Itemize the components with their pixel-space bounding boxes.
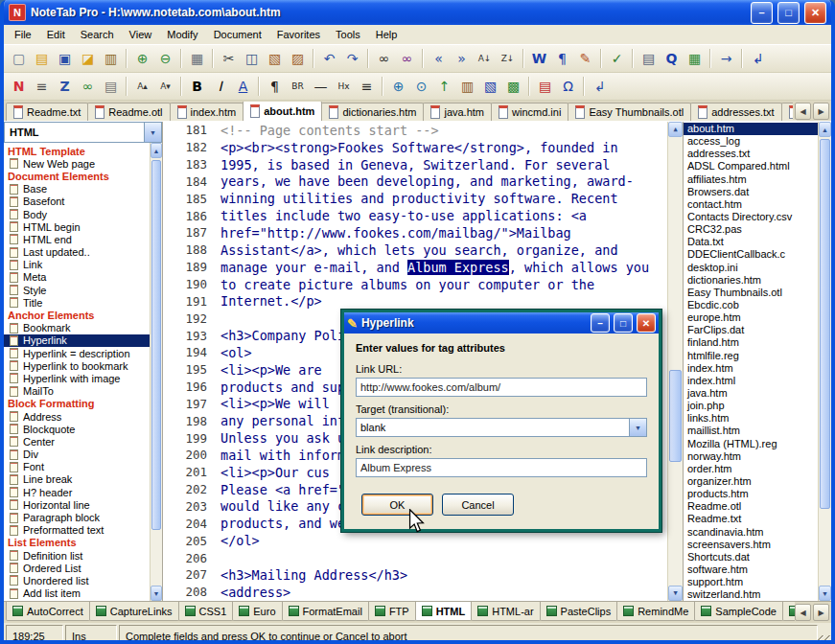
new-document-button[interactable]: ▢	[8, 48, 30, 69]
clipbook-item-hyperlink-with-image[interactable]: Hyperlink with image	[4, 372, 150, 384]
file-scroll-thumb[interactable]	[820, 139, 830, 509]
text-format-button[interactable]: ✎	[574, 48, 596, 69]
insert-image-button[interactable]: ▩	[502, 76, 524, 97]
tab-scroll-left-icon[interactable]: ◀	[795, 604, 811, 621]
html-clipboard-button[interactable]: ▧	[479, 76, 501, 97]
link-description-input[interactable]	[356, 458, 647, 477]
bold-tag-button[interactable]: B	[186, 76, 208, 97]
dock-text-button[interactable]: ↲	[589, 76, 611, 97]
menu-file[interactable]: File	[7, 27, 39, 42]
doc-tab-wincmd-ini[interactable]: wincmd.ini	[491, 103, 568, 121]
clipbook-item-mailto[interactable]: MailTo	[4, 385, 150, 398]
paste-button[interactable]: ▧	[264, 48, 286, 69]
dialog-minimize-button[interactable]: –	[591, 313, 610, 333]
clipbook-item-line-break[interactable]: Line break	[4, 473, 150, 486]
tab-scroll-left-icon[interactable]: ◀	[795, 103, 811, 120]
file-item-access-log[interactable]: access_log	[684, 135, 818, 148]
scroll-up-icon[interactable]: ▲	[819, 122, 831, 137]
scroll-down-icon[interactable]: ▼	[151, 586, 162, 601]
clipbook-item-html-begin[interactable]: HTML begin	[4, 220, 150, 233]
jump-last-change-button[interactable]: Z	[54, 76, 76, 97]
favorites-button[interactable]: ▥	[100, 48, 122, 69]
ok-button[interactable]: OK	[361, 494, 433, 516]
file-item-norway-htm[interactable]: norway.htm	[684, 450, 818, 463]
file-item-shortcuts-dat[interactable]: Shortcuts.dat	[684, 551, 818, 564]
clipbook-tab-html-ar[interactable]: HTML-ar	[471, 602, 540, 621]
clipbook-item-font[interactable]: Font	[4, 461, 150, 473]
clipbook-item-meta[interactable]: Meta	[4, 271, 150, 284]
menu-tools[interactable]: Tools	[328, 27, 368, 42]
print-document-button[interactable]: ▦	[186, 48, 208, 69]
clipbook-item-link[interactable]: Link	[4, 259, 150, 271]
scroll-down-icon[interactable]: ▼	[668, 586, 683, 601]
doc-tab-readme-otl[interactable]: Readme.otl	[87, 103, 170, 121]
file-item-data-txt[interactable]: Data.txt	[684, 236, 818, 248]
document-list-button[interactable]: ▤	[100, 76, 122, 97]
file-item-maillist-htm[interactable]: maillist.htm	[684, 425, 818, 437]
dialog-title-bar[interactable]: ✎ Hyperlink – □ ✕	[344, 312, 659, 334]
clipbook-item-hyperlink[interactable]: Hyperlink	[4, 334, 150, 347]
menu-search[interactable]: Search	[73, 27, 122, 42]
dialog-close-button[interactable]: ✕	[637, 313, 656, 333]
clipbook-item-h-header[interactable]: H? header	[4, 486, 150, 498]
clipbook-item-hyperlink-description[interactable]: Hyperlink = description	[4, 347, 150, 359]
doc-tab-about-htm[interactable]: about.htm	[243, 102, 322, 121]
chevron-down-icon[interactable]: ▼	[629, 419, 646, 436]
clipbook-item-paragraph-block[interactable]: Paragraph block	[4, 511, 150, 523]
clipbook-item-basefont[interactable]: Basefont	[4, 196, 150, 208]
clipbook-item-definition-list[interactable]: Definition list	[4, 549, 150, 562]
maximize-button[interactable]: □	[777, 2, 800, 24]
clipbook-tab-pasteclips[interactable]: PasteClips	[540, 602, 618, 621]
clipbook-tab-css1[interactable]: CSS1	[178, 602, 234, 621]
clipbook-tab-formatemail[interactable]: FormatEmail	[282, 602, 369, 621]
close-button[interactable]: ✕	[804, 2, 826, 24]
paste-special-button[interactable]: ▨	[287, 48, 309, 69]
heading-tag-button[interactable]: Hx	[333, 76, 355, 97]
save-document-button[interactable]: ▣	[54, 48, 76, 69]
minimize-button[interactable]: –	[751, 2, 773, 24]
file-item-ddeclientcallback-c[interactable]: DDEClientCallback.c	[684, 248, 818, 261]
cut-button[interactable]: ✂	[218, 48, 240, 69]
scroll-up-icon[interactable]: ▲	[668, 122, 683, 137]
show-paragraph-marks-button[interactable]: ¶	[551, 48, 573, 69]
open-document-button[interactable]: ▤	[31, 48, 53, 69]
word-wrap-button[interactable]: W	[528, 48, 550, 69]
clipbook-tab-ftp[interactable]: FTP	[368, 602, 416, 621]
ansi-chart-button[interactable]: ▤	[534, 76, 556, 97]
clipbar-button[interactable]: ▦	[684, 48, 706, 69]
copy-button[interactable]: ◫	[241, 48, 263, 69]
clipbook-tab-remindme[interactable]: RemindMe	[616, 602, 695, 621]
clipbook-item-add-list-item[interactable]: Add list item	[4, 587, 150, 600]
underline-tag-button[interactable]: A	[232, 76, 254, 97]
menu-help[interactable]: Help	[368, 27, 406, 42]
file-list-scrollbar[interactable]: ▲ ▼	[818, 122, 831, 601]
paste-as-new-document-button[interactable]: ⊖	[154, 48, 176, 69]
file-item-easy-thumbnails-otl[interactable]: Easy Thumbnails.otl	[684, 287, 818, 299]
chevron-down-icon[interactable]: ▼	[144, 123, 161, 142]
clipbook-item-hyperlink-to-bookmark[interactable]: Hyperlink to bookmark	[4, 359, 150, 372]
doc-tab-java-htm[interactable]: java.htm	[423, 103, 492, 121]
file-item-farclips-dat[interactable]: FarClips.dat	[684, 324, 818, 336]
file-item-screensavers-htm[interactable]: screensavers.htm	[684, 539, 818, 551]
horizontal-rule-tag-button[interactable]: —	[310, 76, 332, 97]
clipbook-item-unordered-list[interactable]: Unordered list	[4, 574, 150, 586]
doc-tab-addresses-txt[interactable]: addresses.txt	[690, 103, 781, 121]
menu-modify[interactable]: Modify	[159, 27, 205, 42]
scroll-down-icon[interactable]: ▼	[819, 586, 831, 601]
clipbook-item-bookmark[interactable]: Bookmark	[4, 322, 150, 334]
file-item-software-htm[interactable]: software.htm	[684, 564, 818, 576]
file-item-contact-htm[interactable]: contact.htm	[684, 198, 818, 211]
clipbook-item-last-updated[interactable]: Last updated..	[4, 246, 150, 259]
unindent-button[interactable]: «	[428, 48, 450, 69]
find-button[interactable]: ∞	[373, 48, 395, 69]
clipbook-item-horizontal-line[interactable]: Horizontal line	[4, 498, 150, 511]
file-item-products-htm[interactable]: products.htm	[684, 488, 818, 500]
file-item-links-htm[interactable]: links.htm	[684, 412, 818, 425]
file-item-finland-htm[interactable]: finland.htm	[684, 336, 818, 349]
clipbook-scroll-thumb[interactable]	[151, 160, 161, 530]
clipbook-item-new-web-page[interactable]: New Web page	[4, 157, 150, 170]
clipbook-tab-samplecode[interactable]: SampleCode	[694, 602, 783, 621]
import-text-button[interactable]: ↲	[747, 48, 769, 69]
clipbook-item-address[interactable]: Address	[4, 410, 150, 423]
editor-scroll-thumb[interactable]	[669, 370, 682, 462]
